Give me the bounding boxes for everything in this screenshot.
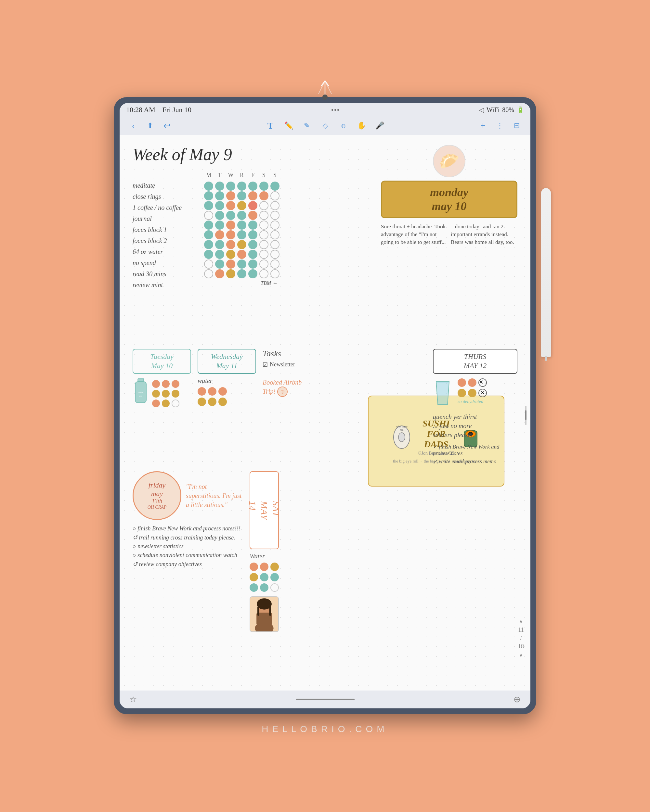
circle — [171, 380, 179, 388]
habit-row-read — [204, 259, 280, 269]
dot — [204, 211, 213, 220]
pages-button[interactable]: ⊟ — [511, 120, 523, 131]
quench-text: quench yer thirst... just no moreseltzer… — [433, 412, 517, 440]
habit-label-mint: review mint — [133, 280, 204, 290]
habit-grid: M T W R F S S — [204, 171, 280, 290]
circle — [171, 400, 179, 407]
add-button[interactable]: + — [477, 120, 489, 131]
day-t: T — [215, 171, 224, 180]
lasso-tool[interactable]: ⌾ — [337, 120, 349, 131]
home-indicator — [296, 699, 355, 700]
habit-row-meditate — [204, 182, 280, 191]
hand-tool[interactable]: ✋ — [356, 120, 367, 131]
saturday-water: Water — [249, 553, 315, 592]
dot — [249, 573, 258, 582]
chevron-down[interactable]: ∨ — [519, 652, 523, 658]
dot — [259, 269, 268, 278]
dot — [259, 240, 268, 249]
circle-x: ✕ — [479, 389, 487, 397]
shape-tool[interactable]: ◇ — [319, 120, 331, 131]
chevron-up[interactable]: ∧ — [519, 618, 523, 624]
habit-labels: meditate close rings 1 coffee / no coffe… — [133, 171, 204, 290]
dot — [248, 259, 257, 269]
dot — [204, 240, 213, 249]
share-button[interactable]: ⬆ — [144, 120, 156, 131]
status-bar: 10:28 AM Fri Jun 10 ◁ WiFi 80% 🔋 — [119, 103, 531, 117]
toolbar-actions: + ⋮ ⊟ — [477, 120, 523, 131]
circle — [457, 379, 466, 387]
mic-button[interactable]: 🎤 — [374, 120, 385, 131]
text-tool[interactable]: T — [265, 120, 276, 131]
habit-row-64oz — [204, 240, 280, 249]
habit-label-journal: journal — [133, 214, 204, 224]
monday-notes-left: Sore throat + headache. Took advantage o… — [381, 223, 448, 246]
dot — [248, 269, 257, 278]
dot — [248, 230, 257, 240]
tablet-screen: 10:28 AM Fri Jun 10 ◁ WiFi 80% 🔋 — [119, 103, 531, 708]
dot — [271, 250, 280, 259]
page-current: 11 — [518, 627, 523, 633]
day-r: R — [237, 171, 246, 180]
dot — [260, 573, 268, 582]
friday-label-4: OH CRAP — [148, 505, 167, 510]
habit-label-spend: no spend — [133, 258, 204, 268]
scroll-indicators — [525, 406, 526, 420]
thu-task-1: ✓ finish Brave New Work and process note… — [433, 443, 517, 457]
thursday-label: THURSMAY 12 — [433, 349, 517, 374]
page-content-wrapper: Week of May 9 meditate close rings 1 cof… — [119, 135, 531, 690]
tasks-airbnb-section: Tasks ☑ Newsletter Booked AirbnbTrip! ® — [263, 349, 327, 465]
dot — [259, 191, 268, 200]
friday-header: friday may 13th OH CRAP "I'm not superst… — [133, 471, 243, 520]
svg-line-4 — [325, 81, 332, 94]
habit-label-water: 64 oz water — [133, 247, 204, 257]
pencil-tool[interactable]: ✎ — [301, 120, 313, 131]
friday-quote: "I'm not superstitious. I'm just a littl… — [186, 482, 243, 509]
day-f: F — [248, 171, 257, 180]
more-button[interactable]: ⋮ — [494, 120, 506, 131]
dot — [271, 191, 280, 200]
habit-row-journal — [204, 211, 280, 220]
circle — [219, 387, 227, 395]
toolbar-nav: ‹ ⬆ ↩ — [127, 120, 173, 131]
camera — [323, 95, 327, 100]
page-total: 18 — [518, 643, 524, 650]
dot — [204, 269, 213, 278]
dot — [215, 211, 224, 220]
middle-section: TuesdayMay 10 drink me — [119, 349, 531, 465]
zoom-button[interactable]: ⊕ — [514, 694, 521, 705]
habit-days-header: M T W R F S S — [204, 171, 280, 180]
friday-label-2: may — [151, 490, 163, 498]
dot — [259, 211, 268, 220]
bao-illustration: 🥟 — [433, 145, 465, 177]
habit-row-focus1 — [204, 221, 280, 230]
tuesday-circles — [152, 379, 179, 407]
pen-tool[interactable]: ✏️ — [283, 120, 294, 131]
day-s1: S — [259, 171, 268, 180]
dot — [215, 240, 224, 249]
undo-button[interactable]: ↩ — [161, 120, 173, 131]
dehydrated-label: so dehydrated — [457, 399, 487, 404]
habit-row-coffee — [204, 201, 280, 210]
day-m: M — [204, 171, 213, 180]
circle — [197, 387, 206, 395]
dot — [271, 201, 280, 210]
dot — [237, 221, 246, 230]
dot — [271, 182, 280, 191]
saturday-section: SATMAY14 Water — [249, 471, 315, 632]
dot-1 — [332, 109, 333, 111]
monday-label: mondaymay 10 — [381, 180, 517, 218]
dot — [237, 230, 246, 240]
bottle-container: drink me — [133, 379, 149, 404]
dot — [271, 563, 279, 571]
friday-tasks: ○ finish Brave New Work and process note… — [133, 525, 243, 568]
thursday-tasks: ✓ finish Brave New Work and process note… — [433, 443, 517, 465]
thu-task-2: ✓ write email process memo — [433, 458, 517, 465]
dot — [260, 563, 268, 571]
dot — [215, 221, 224, 230]
back-button[interactable]: ‹ — [127, 120, 139, 131]
bookmark-button[interactable]: ☆ — [129, 694, 137, 705]
monday-notes: Sore throat + headache. Took advantage o… — [381, 223, 517, 246]
dot — [259, 259, 268, 269]
dot — [259, 182, 268, 191]
dot — [226, 269, 235, 278]
